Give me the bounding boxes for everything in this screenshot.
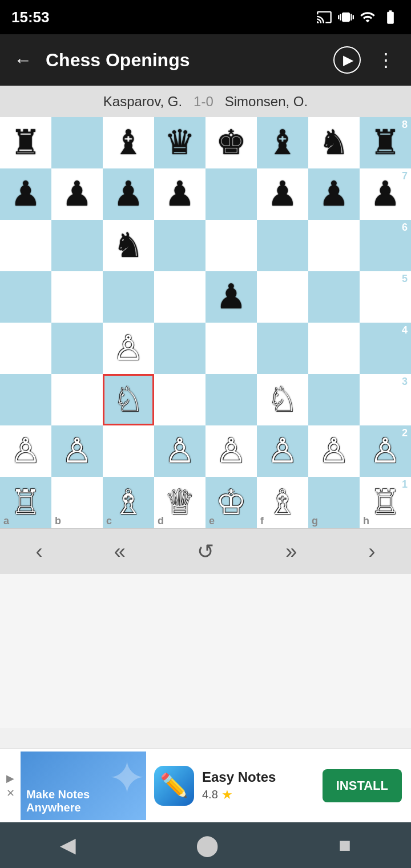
chess-cell-b1[interactable]: b	[51, 477, 103, 528]
game-result: 1-0	[194, 94, 213, 110]
chess-cell-c7[interactable]: ♟	[103, 168, 154, 220]
chess-cell-h7[interactable]: 7♟	[360, 168, 411, 220]
cast-icon	[316, 9, 332, 25]
chess-cell-a4[interactable]	[0, 323, 51, 374]
chess-cell-a3[interactable]	[0, 374, 51, 425]
chess-cell-f3[interactable]: ♘	[257, 374, 308, 425]
piece-f2: ♙	[267, 434, 298, 468]
chess-cell-b5[interactable]	[51, 271, 103, 323]
chess-cell-b7[interactable]: ♟	[51, 168, 103, 220]
chess-cell-d4[interactable]	[154, 323, 206, 374]
next-button[interactable]: ›	[357, 534, 386, 569]
file-label-f: f	[260, 516, 264, 526]
nav-home-button[interactable]: ⬤	[196, 833, 219, 857]
chess-cell-b4[interactable]	[51, 323, 103, 374]
chess-cell-c4[interactable]: ♙	[103, 323, 154, 374]
chess-cell-f7[interactable]: ♟	[257, 168, 308, 220]
piece-a7: ♟	[10, 177, 41, 211]
nav-back-button[interactable]: ◀	[60, 833, 76, 857]
prev-fast-button[interactable]: «	[103, 534, 137, 569]
chess-cell-d8[interactable]: ♛	[154, 117, 206, 168]
chess-cell-e7[interactable]	[206, 168, 257, 220]
ad-text: Easy Notes 4.8 ★	[202, 769, 313, 802]
chess-cell-e4[interactable]	[206, 323, 257, 374]
chess-cell-b2[interactable]: ♙	[51, 425, 103, 477]
piece-e2: ♙	[216, 434, 247, 468]
ad-app-name: Easy Notes	[202, 769, 313, 785]
chess-cell-h4[interactable]: 4	[360, 323, 411, 374]
chess-cell-e1[interactable]: e♔	[206, 477, 257, 528]
chess-cell-b8[interactable]	[51, 117, 103, 168]
prev-button[interactable]: ‹	[25, 534, 54, 569]
piece-f1: ♗	[267, 485, 298, 520]
chess-board[interactable]: ♜♝♛♚♝♞8♜♟♟♟♟♟♟7♟♞6♟5♙4♘♘3♙♙♙♙♙♙2♙a♖bc♗d♕…	[0, 117, 411, 528]
chess-cell-h6[interactable]: 6	[360, 220, 411, 271]
chess-cell-f8[interactable]: ♝	[257, 117, 308, 168]
chess-cell-f5[interactable]	[257, 271, 308, 323]
file-label-c: c	[106, 516, 112, 526]
more-button[interactable]: ⋮	[372, 49, 400, 71]
ad-close-icon[interactable]: ✕	[6, 787, 15, 799]
chess-cell-a6[interactable]	[0, 220, 51, 271]
chess-cell-g7[interactable]: ♟	[308, 168, 360, 220]
chess-cell-c1[interactable]: c♗	[103, 477, 154, 528]
chess-cell-c5[interactable]	[103, 271, 154, 323]
chess-cell-e2[interactable]: ♙	[206, 425, 257, 477]
chess-cell-g3[interactable]	[308, 374, 360, 425]
chess-cell-h3[interactable]: 3	[360, 374, 411, 425]
chess-cell-h1[interactable]: 1h♖	[360, 477, 411, 528]
ad-close-area[interactable]: ▶ ✕	[0, 770, 21, 802]
piece-c3: ♘	[113, 383, 144, 417]
chess-cell-g4[interactable]	[308, 323, 360, 374]
chess-cell-a5[interactable]	[0, 271, 51, 323]
chess-cell-e6[interactable]	[206, 220, 257, 271]
chess-cell-c6[interactable]: ♞	[103, 220, 154, 271]
chess-cell-d7[interactable]: ♟	[154, 168, 206, 220]
ad-star-icon: ★	[221, 787, 233, 802]
chess-cell-d6[interactable]	[154, 220, 206, 271]
piece-c4: ♙	[113, 331, 144, 365]
play-button[interactable]: ▶	[333, 46, 361, 74]
chess-cell-d1[interactable]: d♕	[154, 477, 206, 528]
chess-cell-f4[interactable]	[257, 323, 308, 374]
chess-cell-b6[interactable]	[51, 220, 103, 271]
piece-g7: ♟	[319, 177, 349, 211]
back-button[interactable]: ←	[11, 50, 34, 71]
chess-cell-a1[interactable]: a♖	[0, 477, 51, 528]
piece-b7: ♟	[62, 177, 92, 211]
chess-cell-g2[interactable]: ♙	[308, 425, 360, 477]
chess-cell-d5[interactable]	[154, 271, 206, 323]
chess-cell-b3[interactable]	[51, 374, 103, 425]
chess-cell-h5[interactable]: 5	[360, 271, 411, 323]
chess-cell-e8[interactable]: ♚	[206, 117, 257, 168]
piece-d1: ♕	[164, 485, 195, 520]
chess-cell-h2[interactable]: 2♙	[360, 425, 411, 477]
chess-cell-a8[interactable]: ♜	[0, 117, 51, 168]
chess-cell-h8[interactable]: 8♜	[360, 117, 411, 168]
ad-install-button[interactable]: INSTALL	[323, 769, 402, 802]
chess-cell-g8[interactable]: ♞	[308, 117, 360, 168]
chess-cell-e3[interactable]	[206, 374, 257, 425]
chess-cell-f2[interactable]: ♙	[257, 425, 308, 477]
wifi-icon	[360, 9, 376, 25]
chess-cell-f6[interactable]	[257, 220, 308, 271]
rank-label-8: 8	[402, 119, 408, 130]
next-fast-button[interactable]: »	[274, 534, 308, 569]
rank-label-2: 2	[402, 428, 408, 438]
chess-cell-g5[interactable]	[308, 271, 360, 323]
chess-cell-f1[interactable]: f♗	[257, 477, 308, 528]
chess-cell-c3[interactable]: ♘	[103, 374, 154, 425]
chess-cell-d3[interactable]	[154, 374, 206, 425]
chess-cell-g6[interactable]	[308, 220, 360, 271]
reset-button[interactable]: ↺	[186, 534, 225, 569]
chess-cell-a7[interactable]: ♟	[0, 168, 51, 220]
chess-cell-e5[interactable]: ♟	[206, 271, 257, 323]
chess-cell-a2[interactable]: ♙	[0, 425, 51, 477]
chess-cell-d2[interactable]: ♙	[154, 425, 206, 477]
piece-b2: ♙	[62, 434, 92, 468]
chess-cell-g1[interactable]: g	[308, 477, 360, 528]
chess-cell-c2[interactable]	[103, 425, 154, 477]
chess-cell-c8[interactable]: ♝	[103, 117, 154, 168]
nav-recents-button[interactable]: ■	[339, 833, 351, 857]
battery-icon	[381, 9, 400, 25]
